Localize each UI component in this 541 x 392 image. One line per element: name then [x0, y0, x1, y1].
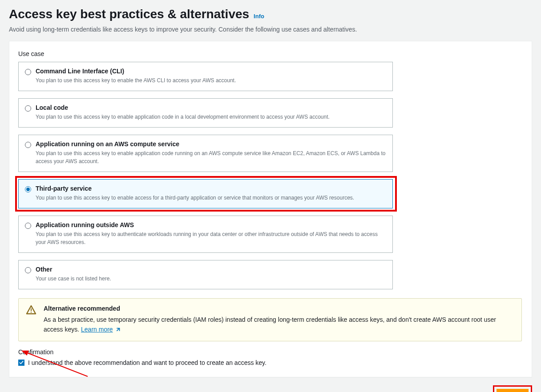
- next-highlight-annotation: Next: [493, 385, 532, 392]
- learn-more-link[interactable]: Learn more: [81, 324, 121, 334]
- option-desc: You plan to use this access key to enabl…: [36, 149, 386, 165]
- confirmation-text: I understand the above recommendation an…: [28, 359, 266, 366]
- svg-rect-0: [31, 308, 32, 311]
- option-local-code[interactable]: Local code You plan to use this access k…: [18, 98, 393, 128]
- section-label: Use case: [18, 50, 523, 57]
- option-outside-aws[interactable]: Application running outside AWS You plan…: [18, 216, 393, 253]
- cancel-button[interactable]: Cancel: [452, 388, 487, 392]
- radio-icon[interactable]: [25, 267, 31, 273]
- option-desc: Your use case is not listed here.: [36, 275, 386, 283]
- option-title: Third-party service: [36, 185, 386, 192]
- option-desc: You plan to use this access key to enabl…: [36, 113, 386, 121]
- alert-title: Alternative recommended: [44, 305, 514, 312]
- info-link[interactable]: Info: [254, 13, 264, 20]
- svg-rect-1: [31, 312, 32, 313]
- option-title: Command Line Interface (CLI): [36, 68, 386, 75]
- radio-icon[interactable]: [25, 69, 31, 75]
- option-third-party[interactable]: Third-party service You plan to use this…: [18, 179, 393, 208]
- option-title: Local code: [36, 104, 386, 111]
- recommendation-alert: Alternative recommended As a best practi…: [18, 298, 522, 341]
- footer-actions: Cancel Next: [0, 377, 541, 392]
- page-subtitle: Avoid using long-term credentials like a…: [9, 26, 532, 33]
- highlight-annotation: Third-party service You plan to use this…: [15, 176, 397, 212]
- option-desc: You plan to use this access key to enabl…: [36, 194, 386, 202]
- option-desc: You plan to use this access key to authe…: [36, 230, 386, 246]
- page-title: Access key best practices & alternatives: [9, 7, 249, 21]
- next-button[interactable]: Next: [497, 389, 529, 392]
- use-case-panel: Use case Command Line Interface (CLI) Yo…: [9, 41, 532, 377]
- warning-icon: [26, 305, 36, 317]
- radio-icon[interactable]: [25, 142, 31, 148]
- option-title: Other: [36, 266, 386, 273]
- option-title: Application running on an AWS compute se…: [36, 140, 386, 148]
- confirmation-label: Confirmation: [18, 348, 523, 356]
- external-link-icon: [115, 327, 121, 333]
- option-other[interactable]: Other Your use case is not listed here.: [18, 260, 393, 289]
- option-cli[interactable]: Command Line Interface (CLI) You plan to…: [18, 62, 393, 91]
- option-desc: You plan to use this access key to enabl…: [36, 76, 386, 84]
- radio-icon[interactable]: [25, 186, 31, 192]
- radio-icon[interactable]: [25, 105, 31, 112]
- radio-icon[interactable]: [25, 223, 31, 229]
- option-aws-compute[interactable]: Application running on an AWS compute se…: [18, 135, 393, 172]
- alert-text: As a best practice, use temporary securi…: [44, 315, 514, 335]
- option-title: Application running outside AWS: [36, 221, 386, 228]
- check-icon: [19, 360, 24, 365]
- confirmation-checkbox[interactable]: [18, 360, 24, 366]
